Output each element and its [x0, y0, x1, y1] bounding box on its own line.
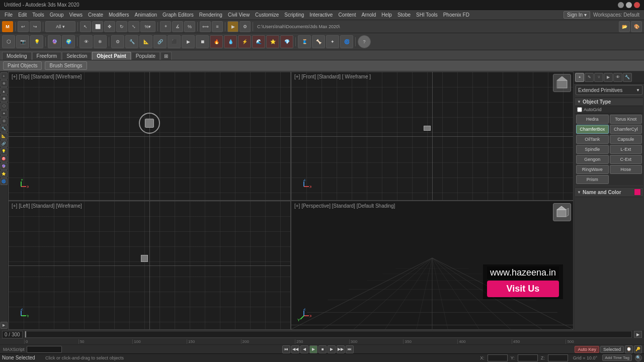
- maxscript-input[interactable]: [27, 346, 62, 353]
- menu-shi-tools[interactable]: SHI Tools: [414, 12, 440, 18]
- sidebar-btn-11[interactable]: 💡: [1, 148, 8, 155]
- obj-btn-gengon[interactable]: Gengon: [576, 155, 609, 164]
- sidebar-btn-4[interactable]: ◉: [1, 95, 8, 102]
- tool-btn-8[interactable]: 🔥: [210, 35, 223, 48]
- percent-snap-btn[interactable]: %: [184, 21, 195, 32]
- name-color-header[interactable]: ▼ Name and Color: [575, 187, 643, 197]
- tool-btn-6[interactable]: ▶: [182, 35, 195, 48]
- align-btn[interactable]: ≡: [212, 21, 223, 32]
- menu-customize[interactable]: Customize: [253, 12, 281, 18]
- tool-btn-7[interactable]: ⏹: [196, 35, 209, 48]
- obj-btn-hose[interactable]: Hose: [610, 165, 642, 174]
- ribbon-tab-extra[interactable]: ⊞: [160, 52, 172, 60]
- help-btn[interactable]: ?: [358, 35, 371, 48]
- obj-btn-spindle[interactable]: Spindle: [576, 145, 609, 154]
- tool-btn-10[interactable]: ⚡: [238, 35, 251, 48]
- close-btn[interactable]: [634, 2, 640, 8]
- rotate-btn[interactable]: ↻: [116, 21, 127, 32]
- tool-btn-13[interactable]: 💎: [280, 35, 293, 48]
- menu-tools[interactable]: Tools: [30, 12, 46, 18]
- create-light-btn[interactable]: 💡: [30, 35, 43, 48]
- obj-btn-torus-knot[interactable]: Torus Knot: [610, 115, 642, 124]
- scale-btn[interactable]: ⤡: [128, 21, 139, 32]
- obj-btn-prism[interactable]: Prism: [576, 175, 609, 184]
- menu-scripting[interactable]: Scripting: [282, 12, 306, 18]
- move-btn[interactable]: ✥: [104, 21, 115, 32]
- sidebar-btn-9[interactable]: 📐: [1, 133, 8, 140]
- panel-tab-motion[interactable]: ▶: [604, 73, 613, 82]
- redo-btn[interactable]: ↪: [30, 21, 41, 32]
- go-end-btn[interactable]: ⏭: [346, 345, 354, 353]
- viewport-top[interactable]: [+] [Top] [Standard] [Wireframe] X Y: [8, 71, 291, 201]
- y-input[interactable]: [518, 354, 538, 361]
- obj-btn-oil-tank[interactable]: OilTank: [576, 135, 609, 144]
- autogrid-checkbox[interactable]: [577, 107, 582, 112]
- ribbon-tab-selection[interactable]: Selection: [62, 52, 92, 60]
- x-input[interactable]: [488, 354, 508, 361]
- panel-tab-hierarchy[interactable]: ⑂: [594, 73, 603, 82]
- add-time-tag-btn[interactable]: Add Time Tag: [602, 354, 632, 361]
- tool-btn-1[interactable]: ⚙: [111, 35, 124, 48]
- menu-graph-editors[interactable]: Graph Editors: [160, 12, 196, 18]
- nav-cube-front[interactable]: [553, 74, 571, 92]
- isolate-btn[interactable]: 👁: [79, 35, 93, 48]
- obj-btn-c-ext[interactable]: C-Ext: [610, 155, 642, 164]
- ribbon-tab-populate[interactable]: Populate: [131, 52, 160, 60]
- stop-btn[interactable]: ■: [318, 345, 327, 353]
- tool-btn-5[interactable]: ⬛: [168, 35, 181, 48]
- z-input[interactable]: [548, 354, 568, 361]
- color-swatch[interactable]: [634, 189, 641, 196]
- mirror-btn[interactable]: ⟺: [200, 21, 211, 32]
- sidebar-btn-15[interactable]: 🌀: [1, 178, 8, 185]
- skin-btn[interactable]: 🦴: [312, 35, 325, 48]
- menu-views[interactable]: Views: [67, 12, 86, 18]
- menu-edit[interactable]: Edit: [16, 12, 29, 18]
- material-btn[interactable]: 🔮: [48, 35, 61, 48]
- set-key-btn[interactable]: ⌚: [625, 345, 633, 353]
- create-camera-btn[interactable]: 📷: [16, 35, 29, 48]
- tool-btn-12[interactable]: ⭐: [266, 35, 279, 48]
- scene-explorer-btn[interactable]: 📂: [619, 21, 630, 32]
- menu-arnold[interactable]: Arnold: [359, 12, 378, 18]
- menu-group[interactable]: Group: [47, 12, 66, 18]
- menu-help[interactable]: Help: [379, 12, 394, 18]
- auto-key-btn[interactable]: Auto Key: [575, 346, 599, 353]
- panel-tab-modify[interactable]: ✎: [585, 73, 594, 82]
- menu-file[interactable]: File: [2, 12, 15, 18]
- sidebar-btn-5[interactable]: ⬡: [1, 103, 8, 110]
- panel-category-dropdown[interactable]: Extended Primitives ▼: [576, 85, 642, 95]
- sidebar-btn-13[interactable]: 🔮: [1, 163, 8, 170]
- menu-animation[interactable]: Animation: [132, 12, 159, 18]
- particle-btn[interactable]: ✦: [326, 35, 339, 48]
- menu-interactive[interactable]: Interactive: [307, 12, 335, 18]
- obj-btn-l-ext[interactable]: L-Ext: [610, 145, 642, 154]
- sidebar-btn-10[interactable]: 🔗: [1, 140, 8, 147]
- ribbon-tab-object-paint[interactable]: Object Paint: [92, 52, 130, 60]
- menu-civil-view[interactable]: Civil View: [225, 12, 252, 18]
- sign-in-btn[interactable]: Sign In ▾: [564, 11, 590, 19]
- percent-btn[interactable]: %▾: [140, 21, 155, 32]
- menu-content[interactable]: Content: [336, 12, 358, 18]
- panel-tab-create[interactable]: +: [575, 73, 584, 82]
- timeline-end-arrow[interactable]: ▶: [634, 331, 642, 338]
- viewport-front[interactable]: [+] [Front] [Standard] [ Wireframe ]: [291, 71, 574, 201]
- obj-btn-chamfer-cyl[interactable]: ChamferCyl: [610, 125, 642, 134]
- create-shape-btn[interactable]: ⬡: [2, 35, 15, 48]
- sidebar-btn-7[interactable]: ⚙: [1, 118, 8, 125]
- selected-btn[interactable]: Selected: [600, 346, 624, 353]
- undo-btn[interactable]: ↩: [18, 21, 29, 32]
- tool-btn-3[interactable]: 📐: [139, 35, 152, 48]
- next-frame-btn[interactable]: ▶: [328, 345, 336, 353]
- menu-stobe[interactable]: Stobe: [395, 12, 413, 18]
- tool-btn-11[interactable]: 🌊: [252, 35, 265, 48]
- environment-btn[interactable]: 🌍: [62, 35, 75, 48]
- select-mode-btn[interactable]: All ▾: [45, 21, 75, 32]
- obj-btn-chamfer-box[interactable]: ChamferBox: [576, 125, 609, 134]
- sidebar-expand-btn[interactable]: ▶: [1, 322, 8, 329]
- key-mode-btn[interactable]: 🔑: [634, 345, 642, 353]
- panel-tab-display[interactable]: 👁: [613, 73, 622, 82]
- cloth-btn[interactable]: 🧵: [298, 35, 311, 48]
- next-key-btn[interactable]: ▶▶: [337, 345, 345, 353]
- tool-btn-9[interactable]: 💧: [224, 35, 237, 48]
- paint-objects-btn[interactable]: Paint Objects: [3, 61, 42, 70]
